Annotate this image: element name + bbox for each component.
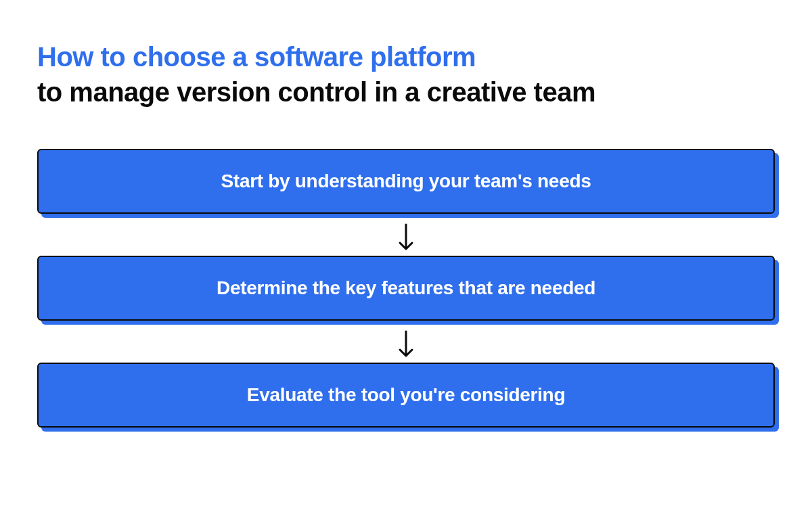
step-label: Evaluate the tool you're considering	[247, 384, 565, 406]
flow-diagram: Start by understanding your team's needs…	[37, 149, 775, 428]
step-label: Determine the key features that are need…	[217, 277, 595, 299]
step-box: Start by understanding your team's needs	[37, 149, 775, 214]
step-box: Determine the key features that are need…	[37, 256, 775, 321]
step-2: Determine the key features that are need…	[37, 256, 775, 321]
title-line-2: to manage version control in a creative …	[37, 76, 775, 108]
step-3: Evaluate the tool you're considering	[37, 363, 775, 428]
arrow-down-icon	[397, 214, 415, 256]
diagram-title: How to choose a software platform to man…	[37, 41, 775, 108]
arrow-down-icon	[397, 321, 415, 363]
step-1: Start by understanding your team's needs	[37, 149, 775, 214]
step-box: Evaluate the tool you're considering	[37, 363, 775, 428]
step-label: Start by understanding your team's needs	[221, 170, 591, 192]
title-line-1: How to choose a software platform	[37, 41, 775, 73]
